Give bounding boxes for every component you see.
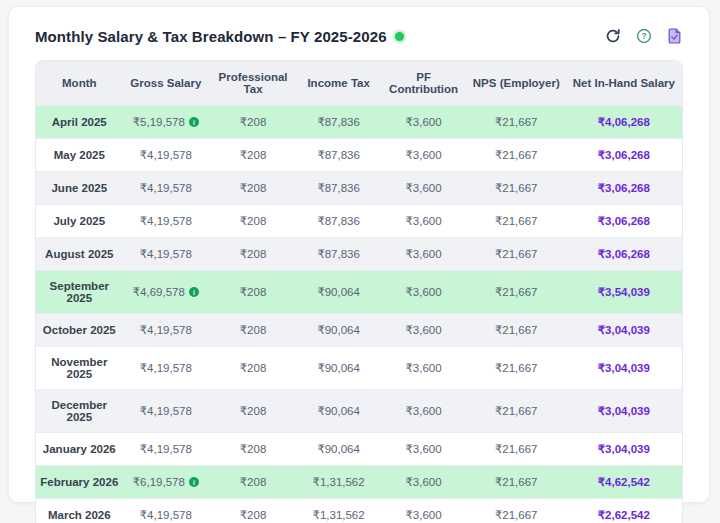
month-cell: January 2026 bbox=[36, 432, 123, 465]
pf-contribution-cell: ₹3,600 bbox=[380, 105, 467, 138]
card-header: Monthly Salary & Tax Breakdown – FY 2025… bbox=[35, 27, 683, 45]
gross-salary-value: ₹4,19,578 bbox=[140, 442, 192, 456]
document-icon bbox=[667, 28, 682, 44]
nps-employer-cell: ₹21,667 bbox=[467, 465, 566, 498]
gross-salary-cell: ₹4,19,578 bbox=[123, 237, 210, 270]
gross-salary-cell: ₹4,19,578 bbox=[123, 204, 210, 237]
income-tax-cell: ₹90,064 bbox=[297, 270, 380, 313]
help-button[interactable]: ? bbox=[635, 27, 653, 45]
gross-salary-value: ₹4,69,578 bbox=[133, 285, 185, 299]
professional-tax-cell: ₹208 bbox=[209, 498, 297, 523]
gross-salary-cell: ₹4,19,578 bbox=[123, 389, 210, 432]
gross-salary-value: ₹6,19,578 bbox=[133, 475, 185, 489]
month-cell: December 2025 bbox=[36, 389, 123, 432]
export-document-button[interactable] bbox=[666, 27, 683, 45]
col-header-gross-salary: Gross Salary bbox=[123, 61, 210, 105]
nps-employer-cell: ₹21,667 bbox=[467, 105, 566, 138]
net-in-hand-cell: ₹3,06,268 bbox=[566, 138, 682, 171]
net-in-hand-cell: ₹3,06,268 bbox=[566, 237, 682, 270]
col-header-net-in-hand: Net In-Hand Salary bbox=[566, 61, 682, 105]
pf-contribution-cell: ₹3,600 bbox=[380, 138, 467, 171]
gross-salary-cell: ₹4,19,578 bbox=[123, 346, 210, 389]
professional-tax-cell: ₹208 bbox=[209, 313, 297, 346]
table-row: March 2026 ₹4,19,578 ₹208 ₹1,31,562 ₹3,6… bbox=[36, 498, 682, 523]
month-cell: September 2025 bbox=[36, 270, 123, 313]
pf-contribution-cell: ₹3,600 bbox=[380, 389, 467, 432]
nps-employer-cell: ₹21,667 bbox=[467, 237, 566, 270]
income-tax-cell: ₹90,064 bbox=[297, 346, 380, 389]
salary-table-container: Month Gross Salary Professional Tax Inco… bbox=[35, 60, 683, 523]
professional-tax-cell: ₹208 bbox=[209, 105, 297, 138]
income-tax-cell: ₹1,31,562 bbox=[297, 498, 380, 523]
net-in-hand-cell: ₹3,06,268 bbox=[566, 204, 682, 237]
income-tax-cell: ₹87,836 bbox=[297, 204, 380, 237]
pf-contribution-cell: ₹3,600 bbox=[380, 270, 467, 313]
svg-text:i: i bbox=[193, 479, 195, 486]
professional-tax-cell: ₹208 bbox=[209, 237, 297, 270]
professional-tax-cell: ₹208 bbox=[209, 204, 297, 237]
col-header-professional-tax: Professional Tax bbox=[209, 61, 297, 105]
pf-contribution-cell: ₹3,600 bbox=[380, 237, 467, 270]
income-tax-cell: ₹87,836 bbox=[297, 105, 380, 138]
net-in-hand-cell: ₹3,54,039 bbox=[566, 270, 682, 313]
nps-employer-cell: ₹21,667 bbox=[467, 389, 566, 432]
gross-salary-value: ₹4,19,578 bbox=[140, 508, 192, 522]
net-in-hand-cell: ₹3,04,039 bbox=[566, 313, 682, 346]
svg-text:?: ? bbox=[641, 31, 646, 41]
month-cell: May 2025 bbox=[36, 138, 123, 171]
month-cell: July 2025 bbox=[36, 204, 123, 237]
salary-breakdown-card: Monthly Salary & Tax Breakdown – FY 2025… bbox=[8, 6, 710, 503]
table-body: April 2025 ₹5,19,578 i ₹208 ₹87,836 ₹3,6… bbox=[36, 105, 682, 523]
professional-tax-cell: ₹208 bbox=[209, 270, 297, 313]
professional-tax-cell: ₹208 bbox=[209, 171, 297, 204]
income-tax-cell: ₹90,064 bbox=[297, 389, 380, 432]
table-row: September 2025 ₹4,69,578 i ₹208 ₹90,064 … bbox=[36, 270, 682, 313]
pf-contribution-cell: ₹3,600 bbox=[380, 498, 467, 523]
bonus-info-icon[interactable]: i bbox=[189, 287, 199, 297]
live-status-dot bbox=[395, 32, 404, 41]
bonus-info-icon[interactable]: i bbox=[189, 117, 199, 127]
gross-salary-value: ₹5,19,578 bbox=[133, 115, 185, 129]
pf-contribution-cell: ₹3,600 bbox=[380, 465, 467, 498]
net-in-hand-cell: ₹2,62,542 bbox=[566, 498, 682, 523]
professional-tax-cell: ₹208 bbox=[209, 389, 297, 432]
refresh-icon bbox=[605, 28, 621, 44]
month-cell: April 2025 bbox=[36, 105, 123, 138]
gross-salary-value: ₹4,19,578 bbox=[140, 214, 192, 228]
table-row: November 2025 ₹4,19,578 ₹208 ₹90,064 ₹3,… bbox=[36, 346, 682, 389]
refresh-button[interactable] bbox=[604, 27, 622, 45]
net-in-hand-cell: ₹3,04,039 bbox=[566, 432, 682, 465]
professional-tax-cell: ₹208 bbox=[209, 432, 297, 465]
nps-employer-cell: ₹21,667 bbox=[467, 313, 566, 346]
table-row: July 2025 ₹4,19,578 ₹208 ₹87,836 ₹3,600 … bbox=[36, 204, 682, 237]
gross-salary-cell: ₹4,19,578 bbox=[123, 171, 210, 204]
col-header-income-tax: Income Tax bbox=[297, 61, 380, 105]
net-in-hand-cell: ₹3,04,039 bbox=[566, 346, 682, 389]
pf-contribution-cell: ₹3,600 bbox=[380, 171, 467, 204]
net-in-hand-cell: ₹3,04,039 bbox=[566, 389, 682, 432]
gross-salary-cell: ₹4,19,578 bbox=[123, 498, 210, 523]
page-title: Monthly Salary & Tax Breakdown – FY 2025… bbox=[35, 28, 387, 45]
gross-salary-value: ₹4,19,578 bbox=[140, 148, 192, 162]
gross-salary-cell: ₹4,19,578 bbox=[123, 313, 210, 346]
svg-text:i: i bbox=[193, 119, 195, 126]
nps-employer-cell: ₹21,667 bbox=[467, 171, 566, 204]
month-cell: November 2025 bbox=[36, 346, 123, 389]
col-header-pf-contribution: PF Contribution bbox=[380, 61, 467, 105]
month-cell: June 2025 bbox=[36, 171, 123, 204]
net-in-hand-cell: ₹4,06,268 bbox=[566, 105, 682, 138]
nps-employer-cell: ₹21,667 bbox=[467, 432, 566, 465]
net-in-hand-cell: ₹4,62,542 bbox=[566, 465, 682, 498]
gross-salary-cell: ₹5,19,578 i bbox=[123, 105, 210, 138]
income-tax-cell: ₹90,064 bbox=[297, 313, 380, 346]
table-row: December 2025 ₹4,19,578 ₹208 ₹90,064 ₹3,… bbox=[36, 389, 682, 432]
income-tax-cell: ₹87,836 bbox=[297, 138, 380, 171]
nps-employer-cell: ₹21,667 bbox=[467, 270, 566, 313]
net-in-hand-cell: ₹3,06,268 bbox=[566, 171, 682, 204]
pf-contribution-cell: ₹3,600 bbox=[380, 204, 467, 237]
bonus-info-icon[interactable]: i bbox=[189, 477, 199, 487]
col-header-nps-employer: NPS (Employer) bbox=[467, 61, 566, 105]
gross-salary-value: ₹4,19,578 bbox=[140, 247, 192, 261]
pf-contribution-cell: ₹3,600 bbox=[380, 313, 467, 346]
gross-salary-cell: ₹6,19,578 i bbox=[123, 465, 210, 498]
